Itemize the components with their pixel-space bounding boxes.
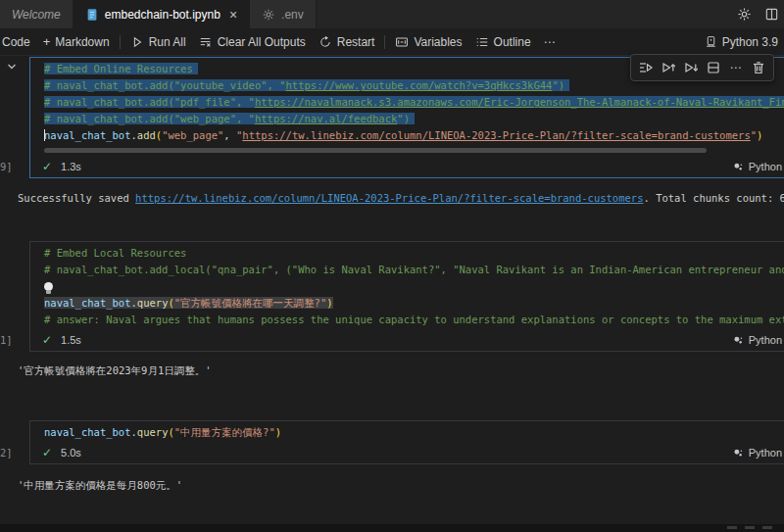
execute-above-icon[interactable] [659,58,678,77]
execution-count: 1] [0,334,26,346]
clear-all-outputs-button[interactable]: Clear All Outputs [199,35,306,49]
variables-button[interactable]: Variables [395,35,462,49]
code-line[interactable]: naval_chat_bot.add("web_page", "https://… [44,127,784,144]
output-link[interactable]: https://tw.linebiz.com/column/LINEOA-202… [135,192,643,204]
kernel-picker[interactable]: Python 3.9 [705,35,778,49]
toolbar-separator [384,35,385,49]
code-token: "中用量方案的價格?" [174,426,275,438]
success-check-icon: ✓ [42,160,52,173]
code-token: query [137,426,169,438]
code-token: naval_chat_bot [44,129,131,141]
variables-label: Variables [414,35,462,49]
code-line[interactable]: # Embed Local Resources [44,245,784,262]
delete-cell-icon[interactable] [749,58,768,77]
execution-count: 9] [0,161,26,172]
code-line[interactable]: # naval_chat_bot.add_local("qna_pair", (… [44,262,784,278]
output-text: '中用量方案的價格是每月800元。' [18,479,182,491]
code-token: ) [275,426,281,438]
code-line[interactable]: naval_chat_bot.query("官方帳號價格將在哪一天調整?") [44,295,784,312]
code-cell-2[interactable]: 1] # Embed Local Resources# naval_chat_b… [29,241,784,352]
add-markdown-cell-button[interactable]: + Markdown [43,35,110,49]
tab-welcome-label: Welcome [12,8,61,22]
code-token: ") [552,79,564,91]
code-line[interactable] [44,278,784,295]
run-all-button[interactable]: Run All [130,35,186,49]
lightbulb-icon[interactable] [44,282,53,291]
code-line[interactable]: naval_chat_bot.query("中用量方案的價格?") [44,424,784,441]
add-code-cell-button[interactable]: Code [2,35,30,49]
output-text: . Total chunks count: 6 [643,192,784,204]
code-token: ) [326,297,332,309]
code-link[interactable]: https://nav.al/feedback [255,113,397,124]
code-token: "web_page" [162,129,223,141]
more-actions-icon: ⋯ [544,35,557,49]
language-status-icon [732,447,744,459]
tab-env[interactable]: .env [250,0,317,28]
run-all-icon [130,35,144,49]
code-editor[interactable]: # Embed Local Resources# naval_chat_bot.… [30,242,784,328]
collapse-cell-icon[interactable] [4,59,20,74]
tab-welcome[interactable]: Welcome [0,0,74,28]
restart-label: Restart [337,35,375,49]
split-editor-icon[interactable] [762,6,780,24]
notebook-editor: 9] ⋯ # Embed Online Resourc [0,55,784,524]
cell-output: Successfully saved https://tw.linebiz.co… [18,192,784,209]
code-token: # answer: Naval argues that humans posse… [44,314,784,325]
code-line[interactable]: # naval_chat_bot.add("web_page", "https:… [44,111,784,127]
execution-duration: 1.3s [61,161,81,172]
code-token: # Embed Online Resources [44,63,193,74]
kernel-label: Python 3.9 [722,35,778,49]
horizontal-scrollbar[interactable] [44,148,707,153]
code-link[interactable]: https://navalmanack.s3.amazonaws.com/Eri… [255,96,784,108]
code-token: ) [757,129,762,141]
tab-notebook-label: embedchain-bot.ipynb [105,8,220,22]
code-token: add [137,129,156,141]
execution-duration: 5.0s [61,447,81,459]
code-token: # Embed Local Resources [44,247,186,259]
code-cell-1[interactable]: 9] ⋯ # Embed Online Resourc [29,57,784,178]
close-tab-icon[interactable]: × [229,8,237,22]
tab-env-label: .env [281,8,304,22]
editor-actions [735,0,784,28]
cell-status-bar: ✓ 5.0s Python [30,442,784,463]
run-by-line-icon[interactable] [636,58,656,77]
output-text: Successfully saved [18,192,135,204]
clear-all-outputs-icon [199,35,213,49]
outline-icon [475,35,489,49]
vscode-window: Welcome embedchain-bot.ipynb × .env [0,0,784,532]
add-markdown-label: Markdown [55,35,109,49]
outline-label: Outline [494,35,531,49]
code-line[interactable]: # answer: Naval argues that humans posse… [44,312,784,328]
execute-below-icon[interactable] [681,58,701,77]
code-link[interactable]: https://tw.linebiz.com/column/LINEOA-202… [242,129,750,141]
code-token: # naval_chat_bot.add("pdf_file", " [44,96,255,108]
settings-gear-icon[interactable] [735,6,753,24]
code-token: # naval_chat_bot.add("web_page", " [44,113,255,124]
code-cell-3[interactable]: 2] naval_chat_bot.query("中用量方案的價格?") ✓ 5… [29,420,784,464]
language-status-icon [732,334,744,346]
cell-output: '官方帳號價格將在2023年9月1日調整。' [18,364,784,381]
restart-icon [318,35,332,49]
tab-notebook[interactable]: embedchain-bot.ipynb × [74,0,250,28]
outline-button[interactable]: Outline [475,35,531,49]
cell-language-label[interactable]: Python [749,447,782,459]
cell-language-label[interactable]: Python [749,334,782,346]
notebook-file-icon [85,8,99,22]
execution-count: 2] [0,447,26,459]
status-bar[interactable] [0,524,784,532]
execution-duration: 1.5s [61,334,81,346]
split-cell-icon[interactable] [704,58,723,77]
kernel-icon [705,35,717,48]
more-actions-button[interactable]: ⋯ [544,35,557,49]
code-line[interactable]: # naval_chat_bot.add("pdf_file", "https:… [44,94,784,111]
success-check-icon: ✓ [42,333,52,347]
code-editor[interactable]: naval_chat_bot.query("中用量方案的價格?") [30,421,784,441]
code-token: naval_chat_bot [44,297,131,309]
code-link[interactable]: https://www.youtube.com/watch?v=3qHkcs3k… [286,79,553,91]
cell-toolbar: ⋯ [630,54,774,81]
cell-language-label[interactable]: Python [749,161,782,172]
restart-button[interactable]: Restart [318,35,375,49]
code-token: # naval_chat_bot.add_local("qna_pair", (… [44,264,784,275]
notebook-toolbar: Code + Markdown Run All Clear All Output… [0,28,784,56]
more-actions-icon[interactable]: ⋯ [726,58,746,77]
